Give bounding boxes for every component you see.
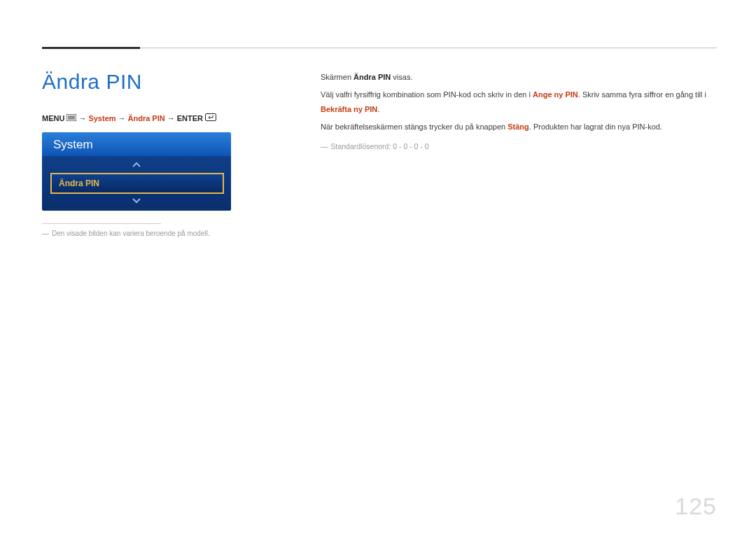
text-fragment: . <box>377 105 379 113</box>
text-fragment: Skärmen <box>321 73 354 81</box>
chevron-up-icon[interactable] <box>50 160 223 170</box>
chevron-down-icon[interactable] <box>50 197 223 206</box>
osd-header: System <box>42 132 231 156</box>
body-line-2: Välj valfri fyrsiffrig kombination som P… <box>321 87 717 117</box>
top-divider <box>42 48 717 48</box>
subnote-dash-icon: ― <box>321 142 328 150</box>
osd-item-change-pin[interactable]: Ändra PIN <box>50 173 224 194</box>
highlight-change-pin: Ändra PIN <box>354 73 391 81</box>
subnote-text: Standardlösenord: 0 - 0 - 0 - 0 <box>331 142 429 150</box>
text-fragment: visas. <box>391 73 412 81</box>
breadcrumb-arrow-2: → <box>118 114 126 122</box>
left-column: Ändra PIN MENU → System → Ändra PIN → EN… <box>42 70 308 506</box>
text-fragment: När bekräftelseskärmen stängs trycker du… <box>321 122 507 131</box>
enter-icon <box>205 113 216 122</box>
breadcrumb-nav-change-pin: Ändra PIN <box>128 114 165 122</box>
default-password-note: ―Standardlösenord: 0 - 0 - 0 - 0 <box>321 140 717 154</box>
breadcrumb-nav-system: System <box>88 114 115 122</box>
highlight-enter-new-pin: Ange ny PIN <box>533 90 578 99</box>
text-fragment: . Skriv samma fyra siffror en gång till … <box>578 90 706 99</box>
body-line-1: Skärmen Ändra PIN visas. <box>321 70 717 85</box>
page-number: 125 <box>675 493 717 520</box>
content-columns: Ändra PIN MENU → System → Ändra PIN → EN… <box>42 70 717 506</box>
left-divider <box>42 223 161 224</box>
breadcrumb-menu-label: MENU <box>42 114 64 122</box>
highlight-close: Stäng <box>507 122 529 131</box>
breadcrumb-arrow-1: → <box>78 114 86 122</box>
breadcrumb-arrow-3: → <box>167 114 175 122</box>
text-fragment: . Produkten har lagrat din nya PIN-kod. <box>529 122 662 131</box>
breadcrumb: MENU → System → Ändra PIN → ENTER <box>42 113 295 122</box>
page-title: Ändra PIN <box>42 70 295 94</box>
left-footnote-text: Den visade bilden kan variera beroende p… <box>52 230 210 237</box>
page: Ändra PIN MENU → System → Ändra PIN → EN… <box>0 0 756 534</box>
left-footnote: ―Den visade bilden kan variera beroende … <box>42 230 295 237</box>
footnote-dash-icon: ― <box>42 230 49 237</box>
breadcrumb-enter-label: ENTER <box>177 114 203 122</box>
menu-icon <box>66 114 76 122</box>
text-fragment: Välj valfri fyrsiffrig kombination som P… <box>321 90 533 99</box>
osd-body: Ändra PIN <box>42 156 231 211</box>
right-column: Skärmen Ändra PIN visas. Välj valfri fyr… <box>308 70 717 506</box>
body-line-3: När bekräftelseskärmen stängs trycker du… <box>321 120 717 134</box>
highlight-confirm-new-pin: Bekräfta ny PIN <box>321 105 377 113</box>
top-accent-bar <box>42 47 140 49</box>
osd-panel: System Ändra PIN <box>42 132 231 211</box>
